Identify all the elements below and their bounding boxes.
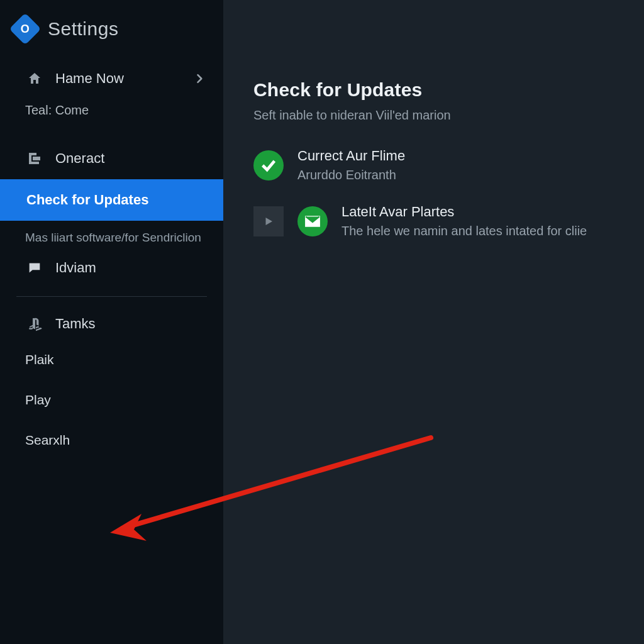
main-content: Check for Updates Seft inable to nideran…: [223, 0, 644, 238]
sidebar-header: O Settings: [0, 0, 223, 52]
checkmark-icon: [253, 150, 284, 180]
app-root: O Settings Hame Now Teal: Come Oneract C…: [0, 0, 644, 644]
home-icon: [26, 70, 43, 87]
sidebar-divider: [16, 296, 207, 297]
sidebar-item-play[interactable]: Play: [0, 377, 223, 418]
page-title: Settings: [48, 18, 118, 40]
sidebar-item-label: Check for Updates: [26, 192, 209, 208]
status-title: Currect Aur Flime: [297, 148, 405, 164]
main-subtitle: Seft inable to nideran Viil'ed marion: [253, 108, 614, 123]
chevron-right-icon: [193, 72, 209, 85]
latest-title: LateIt Avar Plartes: [341, 204, 587, 220]
status-row-latest: LateIt Avar Plartes The hele we namin an…: [253, 204, 614, 238]
sidebar-item-label: Hame Now: [55, 70, 180, 87]
app-logo-letter: O: [21, 22, 30, 35]
sidebar-item-tamks[interactable]: Tamks: [0, 302, 223, 342]
sidebar-item-oneract[interactable]: Oneract: [0, 138, 223, 179]
sidebar: O Settings Hame Now Teal: Come Oneract C…: [0, 0, 223, 644]
sidebar-item-label: Oneract: [55, 150, 209, 167]
sidebar-item-plaik[interactable]: Plaik: [0, 342, 223, 377]
envelope-icon: [297, 206, 328, 236]
sidebar-description: Mas liiart software/for Sendriclion: [0, 221, 223, 257]
latest-text: LateIt Avar Plartes The hele we namin an…: [341, 204, 587, 238]
app-logo-icon: O: [9, 13, 42, 45]
sidebar-item-label: Tamks: [55, 316, 209, 332]
sidebar-item-idviam[interactable]: Idviam: [0, 257, 223, 287]
play-button[interactable]: [253, 206, 284, 236]
oneract-icon: [26, 150, 43, 167]
playstation-icon: [26, 316, 43, 332]
status-subtitle: Arurddo Eoitranth: [297, 168, 405, 182]
status-row-current: Currect Aur Flime Arurddo Eoitranth: [253, 148, 614, 182]
sidebar-item-check-updates[interactable]: Check for Updates: [0, 179, 223, 221]
main-title: Check for Updates: [253, 79, 614, 101]
sidebar-item-hame-now[interactable]: Hame Now: [0, 52, 223, 97]
sidebar-subtitle-teal: Teal: Come: [0, 97, 223, 131]
main-panel: Check for Updates Seft inable to nideran…: [223, 0, 644, 644]
chat-icon: [26, 260, 43, 276]
latest-subtitle: The hele we namin and lates intated for …: [341, 224, 587, 238]
sidebar-item-searxlh[interactable]: Searxlh: [0, 418, 223, 458]
status-text: Currect Aur Flime Arurddo Eoitranth: [297, 148, 405, 182]
sidebar-item-label: Idviam: [55, 260, 209, 276]
